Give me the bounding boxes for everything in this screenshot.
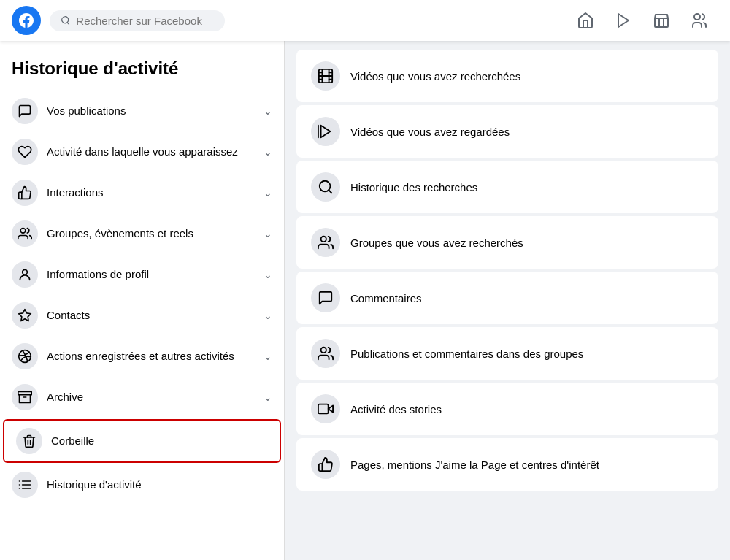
- content-item-pages-jaime[interactable]: Pages, mentions J'aime la Page et centre…: [296, 438, 718, 491]
- content-panel: Vidéos que vous avez recherchées Vidéos …: [285, 41, 730, 560]
- top-navigation: [0, 0, 730, 41]
- sidebar-item-corbeille[interactable]: Corbeille: [3, 419, 281, 463]
- marketplace-nav-button[interactable]: [642, 3, 680, 38]
- interactions-label: Interactions: [47, 185, 255, 200]
- groupes-evenements-icon: [12, 220, 38, 247]
- publications-groupes-label: Publications et commentaires dans des gr…: [350, 348, 583, 360]
- interactions-icon: [12, 180, 38, 206]
- sidebar-item-historique-activite[interactable]: Historique d'activité: [0, 464, 284, 505]
- videos-recherchees-label: Vidéos que vous avez recherchées: [350, 70, 520, 83]
- historique-recherches-icon: [311, 172, 340, 202]
- historique-activite-label: Historique d'activité: [47, 477, 272, 492]
- sidebar: Historique d'activité Vos publications ⌄…: [0, 41, 285, 560]
- videos-regardees-icon: [311, 117, 340, 146]
- search-input[interactable]: [76, 15, 215, 27]
- activite-stories-label: Activité des stories: [350, 403, 442, 415]
- svg-point-4: [23, 269, 28, 275]
- svg-rect-1: [655, 18, 668, 27]
- video-nav-button[interactable]: [604, 3, 642, 38]
- sidebar-item-archive[interactable]: Archive ⌄: [0, 377, 284, 418]
- vos-publications-icon: [12, 98, 38, 124]
- content-item-activite-stories[interactable]: Activité des stories: [296, 383, 718, 435]
- activite-stories-icon: [311, 394, 340, 423]
- groupes-recherches-label: Groupes que vous avez recherchés: [350, 237, 523, 249]
- videos-regardees-label: Vidéos que vous avez regardées: [350, 126, 510, 138]
- informations-profil-label: Informations de profil: [47, 267, 255, 282]
- home-nav-button[interactable]: [566, 3, 604, 38]
- svg-point-3: [20, 229, 26, 234]
- vos-publications-label: Vos publications: [47, 104, 255, 118]
- archive-icon: [12, 384, 38, 410]
- actions-enregistrees-icon: [12, 343, 38, 369]
- contacts-label: Contacts: [47, 308, 255, 323]
- groupes-recherches-icon: [311, 228, 340, 257]
- informations-profil-icon: [12, 261, 38, 288]
- search-bar[interactable]: [50, 10, 225, 31]
- videos-recherchees-icon: [311, 61, 340, 91]
- content-item-historique-recherches[interactable]: Historique des recherches: [296, 161, 718, 213]
- actions-enregistrees-label: Actions enregistrées et autres activités: [47, 349, 255, 364]
- activite-apparaissez-label: Activité dans laquelle vous apparaissez: [47, 145, 255, 159]
- sidebar-item-contacts[interactable]: Contacts ⌄: [0, 295, 284, 336]
- content-item-groupes-recherches[interactable]: Groupes que vous avez recherchés: [296, 216, 718, 269]
- commentaires-icon: [311, 283, 340, 312]
- interactions-chevron: ⌄: [264, 187, 272, 199]
- sidebar-item-interactions[interactable]: Interactions ⌄: [0, 172, 284, 213]
- contacts-icon: [12, 302, 38, 329]
- actions-enregistrees-chevron: ⌄: [264, 350, 272, 362]
- svg-marker-29: [328, 405, 333, 412]
- facebook-logo[interactable]: [12, 6, 41, 35]
- historique-recherches-label: Historique des recherches: [350, 181, 477, 193]
- activite-apparaissez-chevron: ⌄: [264, 146, 272, 158]
- historique-activite-icon: [12, 472, 38, 498]
- svg-rect-30: [318, 404, 328, 414]
- svg-point-2: [694, 14, 700, 20]
- sidebar-title: Historique d'activité: [0, 53, 284, 91]
- sidebar-item-informations-profil[interactable]: Informations de profil ⌄: [0, 254, 284, 295]
- commentaires-label: Commentaires: [350, 292, 422, 304]
- archive-label: Archive: [47, 390, 255, 404]
- svg-point-27: [321, 237, 326, 242]
- groupes-evenements-chevron: ⌄: [264, 228, 272, 239]
- sidebar-item-activite-apparaissez[interactable]: Activité dans laquelle vous apparaissez …: [0, 131, 284, 172]
- publications-groupes-icon: [311, 339, 340, 368]
- pages-jaime-icon: [311, 450, 340, 479]
- groups-nav-button[interactable]: [680, 3, 718, 38]
- svg-marker-0: [618, 14, 629, 27]
- pages-jaime-label: Pages, mentions J'aime la Page et centre…: [350, 459, 599, 471]
- svg-line-26: [328, 190, 331, 193]
- sidebar-item-groupes-evenements[interactable]: Groupes, évènements et reels ⌄: [0, 213, 284, 254]
- content-item-videos-recherchees[interactable]: Vidéos que vous avez recherchées: [296, 50, 718, 102]
- contacts-chevron: ⌄: [264, 310, 272, 321]
- svg-point-28: [321, 348, 326, 353]
- main-layout: Historique d'activité Vos publications ⌄…: [0, 41, 730, 560]
- search-icon: [60, 15, 70, 26]
- groupes-evenements-label: Groupes, évènements et reels: [47, 226, 255, 241]
- corbeille-label: Corbeille: [51, 434, 268, 448]
- sidebar-item-vos-publications[interactable]: Vos publications ⌄: [0, 91, 284, 131]
- content-item-videos-regardees[interactable]: Vidéos que vous avez regardées: [296, 105, 718, 158]
- informations-profil-chevron: ⌄: [264, 269, 272, 280]
- corbeille-icon: [16, 428, 42, 454]
- svg-rect-7: [18, 392, 31, 395]
- content-item-publications-groupes[interactable]: Publications et commentaires dans des gr…: [296, 327, 718, 380]
- activite-apparaissez-icon: [12, 139, 38, 165]
- svg-marker-23: [321, 126, 331, 138]
- nav-icons: [566, 3, 718, 38]
- archive-chevron: ⌄: [264, 391, 272, 403]
- vos-publications-chevron: ⌄: [264, 105, 272, 117]
- content-item-commentaires[interactable]: Commentaires: [296, 272, 718, 324]
- svg-marker-5: [19, 310, 31, 321]
- sidebar-item-actions-enregistrees[interactable]: Actions enregistrées et autres activités…: [0, 336, 284, 377]
